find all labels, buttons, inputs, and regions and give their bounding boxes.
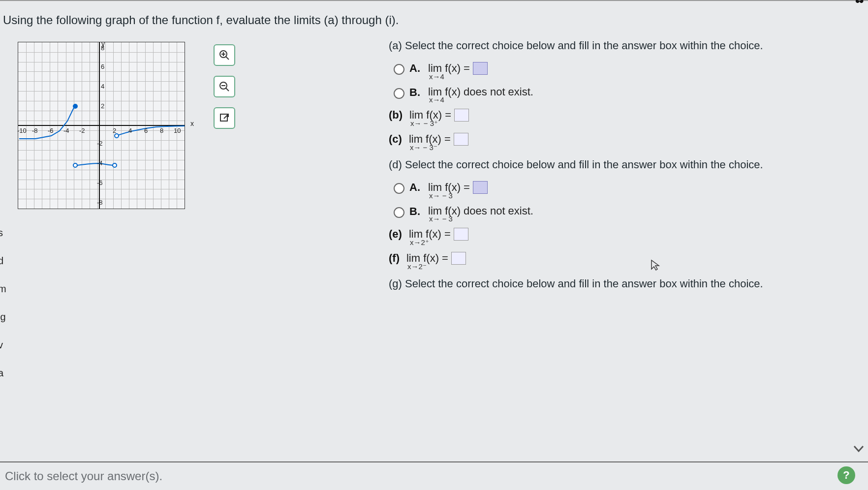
x-tick: 8 bbox=[160, 127, 163, 134]
part-d-choice-A[interactable]: A. lim f(x) = x→ − 3 bbox=[394, 181, 863, 200]
settings-icon[interactable]: ✿ bbox=[854, 0, 865, 6]
scroll-down-icon[interactable] bbox=[851, 443, 866, 456]
limit-sub: x→ − 3 bbox=[428, 215, 533, 223]
choice-label: A. bbox=[409, 181, 423, 194]
y-tick: -6 bbox=[97, 179, 103, 186]
x-tick: 6 bbox=[144, 127, 148, 134]
x-tick: -2 bbox=[79, 127, 85, 134]
part-g-prompt: (g) Select the correct choice below and … bbox=[389, 277, 863, 290]
part-b: (b) lim f(x) = x→ − 3⁺ bbox=[389, 109, 863, 128]
side-tab[interactable]: s bbox=[0, 227, 6, 239]
part-label: (e) bbox=[389, 228, 402, 241]
x-axis bbox=[18, 125, 185, 126]
choice-label: A. bbox=[409, 62, 423, 75]
x-axis-label: x bbox=[190, 120, 194, 127]
part-d-prompt: (d) Select the correct choice below and … bbox=[389, 158, 863, 171]
svg-line-1 bbox=[226, 57, 229, 60]
closed-point bbox=[73, 104, 78, 109]
content-area: -10 -8 -6 -4 -2 2 4 6 8 10 2 4 6 8 -2 -4 bbox=[0, 37, 868, 474]
open-external-icon bbox=[218, 112, 230, 124]
x-tick: -4 bbox=[63, 127, 69, 134]
limit-sub: x→ − 3⁺ bbox=[409, 120, 469, 128]
choice-label: B. bbox=[409, 86, 423, 99]
choice-label: B. bbox=[409, 205, 423, 218]
x-tick: -6 bbox=[48, 127, 54, 134]
part-f: (f) lim f(x) = x→2⁻ bbox=[389, 252, 863, 271]
zoom-out-icon bbox=[218, 81, 230, 92]
side-tabs: s d m ig v a bbox=[0, 227, 6, 379]
y-tick: 6 bbox=[101, 63, 104, 70]
radio-a-B[interactable] bbox=[394, 88, 404, 99]
footer-text: Click to select your answer(s). bbox=[5, 469, 162, 483]
zoom-in-button[interactable] bbox=[214, 44, 235, 66]
part-label: (b) bbox=[389, 109, 403, 122]
side-tab[interactable]: a bbox=[0, 368, 6, 379]
side-tab[interactable]: ig bbox=[0, 311, 6, 323]
part-a-choice-A[interactable]: A. lim f(x) = x→4 bbox=[394, 62, 863, 81]
y-axis-label: y bbox=[101, 40, 105, 48]
graph-column: -10 -8 -6 -4 -2 2 4 6 8 10 2 4 6 8 -2 -4 bbox=[0, 37, 389, 474]
question-panel: ✿ Using the following graph of the funct… bbox=[0, 0, 868, 490]
zoom-in-icon bbox=[218, 49, 230, 61]
y-tick: -4 bbox=[97, 159, 103, 167]
side-tab[interactable]: d bbox=[0, 255, 6, 267]
graph-tools bbox=[214, 44, 235, 129]
part-a-choice-B[interactable]: B. lim f(x) does not exist. x→4 bbox=[394, 86, 863, 104]
help-button[interactable]: ? bbox=[837, 466, 855, 484]
y-tick: -2 bbox=[97, 140, 103, 147]
x-tick: -8 bbox=[32, 127, 38, 134]
zoom-out-button[interactable] bbox=[214, 76, 235, 97]
y-tick: 4 bbox=[101, 83, 104, 90]
radio-a-A[interactable] bbox=[394, 64, 404, 75]
answers-column: (a) Select the correct choice below and … bbox=[389, 37, 868, 474]
y-tick: 2 bbox=[101, 102, 104, 110]
limit-sub: x→2⁺ bbox=[409, 239, 468, 247]
part-label: (f) bbox=[389, 252, 400, 265]
limit-sub: x→4 bbox=[428, 96, 533, 104]
side-tab[interactable]: m bbox=[0, 283, 6, 295]
graph-wrap: -10 -8 -6 -4 -2 2 4 6 8 10 2 4 6 8 -2 -4 bbox=[18, 42, 185, 209]
open-point bbox=[73, 163, 78, 168]
part-a-prompt: (a) Select the correct choice below and … bbox=[389, 39, 863, 52]
limit-sub: x→2⁻ bbox=[406, 263, 466, 271]
limit-sub: x→4 bbox=[428, 73, 488, 81]
x-tick: 2 bbox=[113, 127, 116, 134]
y-tick: -8 bbox=[97, 199, 103, 206]
side-tab[interactable]: v bbox=[0, 339, 6, 351]
help-label: ? bbox=[843, 469, 849, 482]
part-e: (e) lim f(x) = x→2⁺ bbox=[389, 228, 863, 247]
footer-bar: Click to select your answer(s). ? bbox=[0, 461, 868, 490]
limit-sub: x→ − 3 bbox=[428, 192, 488, 200]
svg-line-5 bbox=[226, 88, 229, 91]
part-d-choice-B[interactable]: B. lim f(x) does not exist. x→ − 3 bbox=[394, 205, 863, 223]
radio-d-B[interactable] bbox=[394, 207, 404, 218]
cursor-icon bbox=[650, 259, 661, 271]
prompt-text: Using the following graph of the functio… bbox=[0, 13, 868, 27]
limit-sub: x→ − 3⁻ bbox=[409, 144, 468, 152]
svg-rect-7 bbox=[220, 114, 227, 121]
x-tick: 10 bbox=[174, 127, 181, 134]
open-point bbox=[112, 163, 117, 168]
part-c: (c) lim f(x) = x→ − 3⁻ bbox=[389, 133, 863, 152]
function-graph[interactable]: -10 -8 -6 -4 -2 2 4 6 8 10 2 4 6 8 -2 -4 bbox=[18, 42, 185, 209]
radio-d-A[interactable] bbox=[394, 183, 404, 194]
part-label: (c) bbox=[389, 133, 402, 146]
x-tick: 4 bbox=[128, 127, 132, 134]
open-external-button[interactable] bbox=[214, 107, 235, 129]
x-tick: -10 bbox=[17, 127, 27, 134]
